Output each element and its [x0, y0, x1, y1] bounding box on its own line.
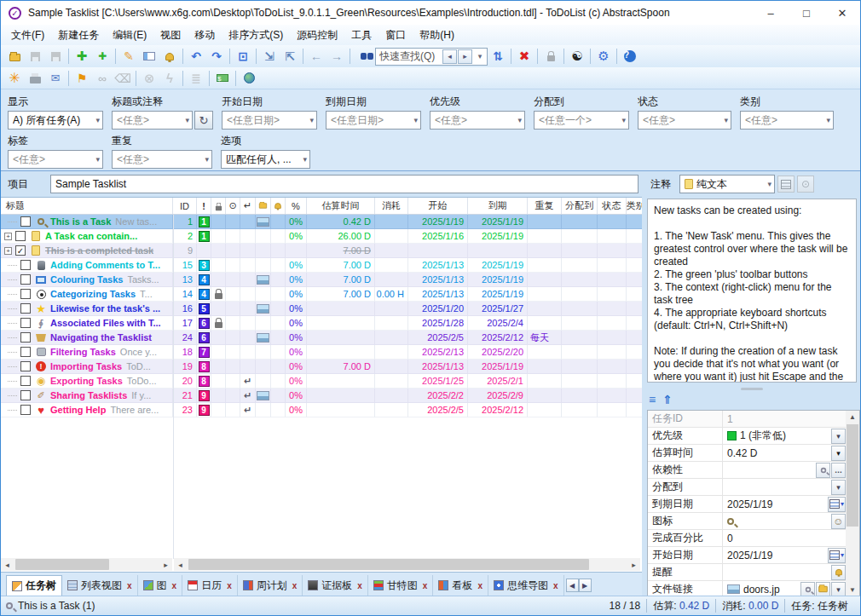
donate-button[interactable]: $: [212, 69, 233, 88]
preferences-button[interactable]: ⚙: [593, 47, 614, 66]
task-row[interactable]: Navigating the Tasklist2460%2025/2/52025…: [1, 331, 642, 345]
filter-combo-优先级[interactable]: <任意>▾: [430, 111, 525, 130]
filter-combo-分配到[interactable]: <任意一个>▾: [534, 111, 629, 130]
column-header-enter[interactable]: ↵: [240, 198, 256, 214]
menu-item-6[interactable]: 源码控制: [290, 26, 344, 45]
filter-combo-类别[interactable]: <任意>▾: [740, 111, 834, 130]
filter-combo-重复[interactable]: <任意>▾: [112, 150, 212, 169]
search-prev-button[interactable]: ◂: [442, 49, 457, 64]
tree-hscrollbar[interactable]: ◂ ▸: [1, 558, 172, 571]
folder-button[interactable]: [816, 582, 830, 597]
task-checkbox[interactable]: [20, 318, 31, 328]
close-tab-icon[interactable]: x: [477, 581, 483, 590]
sort-button[interactable]: ⇅: [488, 47, 508, 66]
task-checkbox[interactable]: [20, 216, 31, 227]
attribute-value[interactable]: 2025/1/19: [723, 496, 827, 512]
task-row[interactable]: +✓This is a completed task97.00 D: [1, 244, 642, 258]
mag-button[interactable]: [800, 582, 815, 597]
column-header-重复[interactable]: 重复: [528, 198, 562, 214]
attribute-value[interactable]: [723, 479, 830, 495]
task-row[interactable]: Filtering TasksOnce y...1870%2025/2/1320…: [1, 345, 642, 360]
column-header-lock[interactable]: [211, 198, 226, 214]
move-attribute-up-icon[interactable]: ⇑: [662, 393, 673, 408]
task-checkbox[interactable]: [20, 405, 31, 415]
maximize-tasklist-button[interactable]: ⊡: [233, 47, 253, 66]
bell-button[interactable]: [831, 565, 846, 580]
edit-attributes-button[interactable]: [139, 47, 159, 66]
menu-item-9[interactable]: 帮助(H): [413, 26, 461, 45]
column-header-标题[interactable]: 标题: [1, 198, 173, 214]
cal-button[interactable]: ▾: [828, 548, 846, 563]
task-checkbox[interactable]: ✓: [15, 245, 26, 256]
scroll-right-icon[interactable]: ▸: [159, 558, 172, 571]
task-row[interactable]: ★Likewise for the task's ...1650%2025/1/…: [1, 302, 642, 316]
tabs-scroll-right-icon[interactable]: ▶: [579, 579, 592, 592]
combo-button[interactable]: ▾: [831, 480, 846, 495]
email-button[interactable]: ✉: [45, 69, 66, 88]
close-tab-icon[interactable]: x: [292, 581, 298, 590]
project-title-input[interactable]: [50, 175, 639, 193]
scroll-left-icon[interactable]: ◂: [1, 558, 14, 571]
spin-button[interactable]: ▾: [831, 446, 846, 461]
view-tab-图[interactable]: 图x: [138, 575, 183, 596]
task-checkbox[interactable]: [20, 361, 31, 371]
task-checkbox[interactable]: [20, 303, 31, 314]
task-checkbox[interactable]: [20, 274, 31, 285]
task-checkbox[interactable]: [15, 231, 26, 241]
attributes-vscrollbar[interactable]: ▲ ▼: [846, 411, 859, 596]
reminder-button[interactable]: [159, 47, 180, 66]
view-tab-列表视图[interactable]: 列表视图x: [62, 575, 138, 596]
column-header-分配到[interactable]: 分配到: [562, 198, 598, 214]
column-header-file[interactable]: [256, 198, 271, 214]
task-checkbox[interactable]: [20, 347, 31, 357]
attribute-value[interactable]: 1 (非常低): [723, 428, 830, 444]
task-row[interactable]: This is a TaskNew tas...110%0.42 D2025/1…: [1, 215, 642, 229]
filter-combo-状态[interactable]: <任意>▾: [638, 111, 731, 130]
close-tab-icon[interactable]: x: [227, 581, 232, 590]
prev-task-button[interactable]: ←: [306, 47, 326, 66]
column-header-%[interactable]: %: [286, 198, 307, 214]
task-checkbox[interactable]: [20, 332, 31, 343]
task-row[interactable]: ♥Getting HelpThere are...239↵0%2025/2/52…: [1, 403, 642, 417]
task-row[interactable]: ◉Exporting TasksToDo...208↵0%2025/1/2520…: [1, 374, 642, 389]
expand-icon[interactable]: +: [4, 233, 12, 240]
indent-task-button[interactable]: ⇲: [259, 47, 280, 66]
open-file-button[interactable]: [4, 47, 25, 66]
task-checkbox[interactable]: [20, 390, 31, 400]
undo-button[interactable]: ↶: [186, 47, 206, 66]
new-task-button[interactable]: ✚: [72, 47, 92, 66]
minimize-button[interactable]: –: [753, 1, 789, 25]
column-header-ID[interactable]: ID: [173, 198, 197, 214]
save-all-button[interactable]: [45, 47, 66, 66]
link-button[interactable]: ∞: [92, 69, 113, 88]
cleanup-button[interactable]: ⌫: [113, 69, 133, 88]
menu-item-1[interactable]: 新建任务: [51, 26, 106, 45]
menu-item-7[interactable]: 工具: [344, 26, 378, 45]
view-tab-周计划[interactable]: 周计划x: [238, 575, 303, 596]
new-subtask-button[interactable]: ✚: [92, 47, 113, 66]
scroll-down-icon[interactable]: ▼: [846, 584, 859, 596]
task-row[interactable]: !Importing TasksToD...1980%7.00 D2025/1/…: [1, 360, 642, 374]
task-row[interactable]: ✐Sharing TasklistsIf y...219↵0%2025/2/22…: [1, 389, 642, 403]
lock-button[interactable]: [540, 47, 561, 66]
attribute-value[interactable]: 0.42 D: [723, 445, 830, 461]
close-tab-icon[interactable]: x: [357, 581, 362, 590]
task-comments[interactable]: New tasks can be created using: 1. The '…: [647, 199, 857, 383]
attribute-value[interactable]: 1: [723, 411, 846, 427]
task-checkbox[interactable]: [20, 260, 31, 270]
column-header-类别[interactable]: 类别: [627, 198, 642, 214]
filter-combo-到期日期[interactable]: <任意日期>▾: [326, 111, 421, 130]
attribute-value[interactable]: 0: [723, 530, 846, 546]
task-checkbox[interactable]: [20, 289, 31, 299]
menu-item-8[interactable]: 窗口: [378, 26, 413, 45]
scroll-right-icon[interactable]: ▸: [627, 558, 640, 571]
view-tab-甘特图[interactable]: 甘特图x: [368, 575, 434, 596]
filter-combo-显示[interactable]: A) 所有任务(A)▾: [8, 111, 103, 130]
task-row[interactable]: Colouring TasksTasks...1340%7.00 D2025/1…: [1, 273, 642, 287]
quick-search-input[interactable]: [376, 49, 442, 64]
close-tab-icon[interactable]: x: [423, 581, 428, 590]
column-header-开始[interactable]: 开始: [408, 198, 468, 214]
smiley-button[interactable]: ☺: [831, 514, 846, 529]
tabs-scroll-left-icon[interactable]: ◀: [566, 579, 579, 592]
comments-splitter[interactable]: [647, 385, 857, 392]
